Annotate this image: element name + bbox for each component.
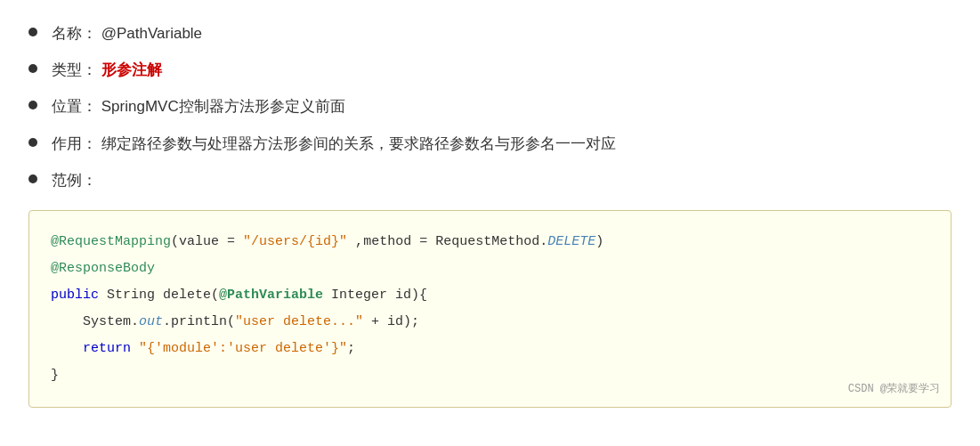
method-key: method: [363, 234, 411, 249]
bullet-type: 类型： 形参注解: [28, 58, 952, 82]
bullet-dot: [28, 64, 37, 73]
keyword-return: return: [83, 341, 131, 356]
value-val: "/users/{id}": [243, 234, 347, 249]
type-string: String: [99, 288, 163, 303]
value-position: SpringMVC控制器方法形参定义前面: [101, 98, 345, 115]
bullet-name: 名称： @PathVariable: [28, 21, 952, 45]
paren-open-3: (: [211, 288, 219, 303]
paren-close: ): [595, 234, 603, 249]
bullet-position-text: 位置： SpringMVC控制器方法形参定义前面: [52, 94, 345, 118]
value-key: value: [179, 234, 219, 249]
value-type-highlight: 形参注解: [101, 61, 162, 78]
bullet-position: 位置： SpringMVC控制器方法形参定义前面: [28, 94, 952, 118]
bullet-example-text: 范例：: [52, 168, 97, 192]
annotation-pathvariable: @PathVariable: [219, 288, 323, 303]
comma: ,: [347, 234, 363, 249]
bullet-usage-text: 作用： 绑定路径参数与处理器方法形参间的关系，要求路径参数名与形参名一一对应: [52, 132, 616, 156]
bullet-example: 范例：: [28, 168, 952, 192]
code-line-6: }: [51, 362, 929, 389]
label-usage: 作用：: [52, 135, 97, 152]
bullet-list: 名称： @PathVariable 类型： 形参注解 位置： SpringMVC…: [28, 21, 952, 192]
annotation-requestmapping: @RequestMapping: [51, 234, 171, 249]
annotation-responsebody: @ResponseBody: [51, 261, 155, 276]
value-name: @PathVariable: [101, 25, 202, 42]
code-line-4: System.out.println("user delete..." + id…: [51, 309, 929, 336]
label-example: 范例：: [52, 172, 97, 189]
code-line-1: @RequestMapping(value = "/users/{id}" ,m…: [51, 229, 929, 255]
bullet-dot: [28, 101, 37, 109]
bullet-usage: 作用： 绑定路径参数与处理器方法形参间的关系，要求路径参数名与形参名一一对应: [28, 132, 952, 156]
requestmethod: RequestMethod.: [435, 234, 547, 249]
string-module: "{'module':'user delete'}": [139, 341, 347, 356]
bullet-dot: [28, 138, 37, 147]
string-user-delete: "user delete...": [235, 314, 363, 329]
code-block: @RequestMapping(value = "/users/{id}" ,m…: [28, 210, 952, 408]
paren-open: (: [171, 234, 179, 249]
param-rest: Integer id){: [323, 288, 427, 303]
label-name: 名称：: [52, 25, 97, 42]
value-usage: 绑定路径参数与处理器方法形参间的关系，要求路径参数名与形参名一一对应: [101, 135, 616, 152]
watermark: CSDN @荣就要学习: [848, 378, 940, 400]
method-delete: delete: [163, 288, 211, 303]
label-position: 位置：: [52, 98, 97, 115]
eq2: =: [411, 234, 435, 249]
out-italic: out: [139, 314, 163, 329]
code-line-2: @ResponseBody: [51, 255, 929, 282]
label-type: 类型：: [52, 61, 97, 78]
bullet-dot: [28, 28, 37, 36]
eq1: =: [219, 234, 243, 249]
code-line-5: return "{'module':'user delete'}";: [51, 336, 929, 362]
bullet-name-text: 名称： @PathVariable: [52, 21, 202, 45]
bullet-dot: [28, 174, 37, 183]
code-line-3: public String delete(@PathVariable Integ…: [51, 282, 929, 309]
delete-value: DELETE: [547, 234, 595, 249]
bullet-type-text: 类型： 形参注解: [52, 58, 162, 82]
keyword-public: public: [51, 288, 99, 303]
